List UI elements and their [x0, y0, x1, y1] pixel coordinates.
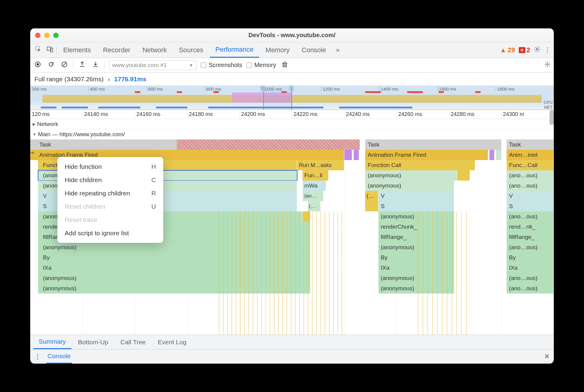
tab-network[interactable]: Network: [137, 42, 172, 58]
device-toggle-icon[interactable]: [45, 46, 55, 54]
recording-selector[interactable]: www.youtube.com #1 ▼: [109, 60, 196, 70]
cm-hide-children[interactable]: Hide childrenC: [57, 173, 163, 187]
flame-event[interactable]: [489, 150, 495, 160]
titlebar: DevTools - www.youtube.com/: [30, 28, 554, 42]
flame-render[interactable]: renderChunk_: [378, 222, 454, 232]
selection-handle-right[interactable]: ||: [289, 86, 294, 91]
gc-icon[interactable]: [280, 61, 289, 69]
flame-ixa[interactable]: IXa: [38, 263, 310, 273]
flame-anon[interactable]: (anonymous): [38, 273, 310, 283]
flame-event[interactable]: [457, 170, 470, 181]
btab-bottomup[interactable]: Bottom-Up: [73, 335, 114, 349]
settings-icon[interactable]: [534, 46, 540, 54]
tab-performance[interactable]: Performance: [210, 42, 259, 58]
cm-hide-function[interactable]: Hide functionH: [57, 160, 163, 173]
flame-anon[interactable]: (anonymous): [38, 283, 310, 294]
overview-tick: 1800 ms: [496, 86, 554, 92]
flame-anim[interactable]: Animation Frame Fired: [365, 150, 488, 160]
tab-sources[interactable]: Sources: [174, 42, 209, 58]
flame-anon[interactable]: (anonymous): [378, 242, 454, 252]
flame-dots[interactable]: (…: [365, 191, 378, 201]
btab-calltree[interactable]: Call Tree: [115, 335, 151, 349]
flame-fun[interactable]: Fun…ll: [303, 170, 329, 181]
flame-fn[interactable]: Func…Call: [507, 160, 554, 170]
flame-anon[interactable]: (ano…ous): [507, 273, 554, 283]
inspect-icon[interactable]: [33, 46, 44, 54]
flame-anon[interactable]: (anonymous): [378, 273, 454, 283]
flame-long-task[interactable]: [177, 140, 360, 150]
flame-render[interactable]: rend…nk_: [507, 222, 554, 232]
flame-task[interactable]: Task: [507, 140, 554, 150]
flame-event[interactable]: [344, 150, 352, 160]
flame-anon[interactable]: (anonymous): [378, 283, 454, 294]
main-track-header[interactable]: Main — https://www.youtube.com/: [30, 129, 554, 140]
drawer-console-tab[interactable]: Console: [46, 349, 72, 364]
flame-run[interactable]: Run M…asks: [297, 160, 344, 170]
flame-event[interactable]: [365, 201, 378, 211]
selected-range[interactable]: 1776.91ms: [114, 76, 146, 83]
overview-selection[interactable]: [263, 86, 292, 110]
flame-fill[interactable]: fillRange_: [507, 232, 554, 242]
devtools-window: DevTools - www.youtube.com/ Elements Rec…: [30, 28, 554, 364]
cm-add-ignore[interactable]: Add script to ignore list: [57, 227, 163, 240]
flame-anon[interactable]: (anonymous): [378, 211, 454, 222]
flame-anon[interactable]: (anonymous): [365, 181, 454, 191]
upload-icon[interactable]: [78, 61, 87, 69]
flame-by[interactable]: By: [378, 252, 454, 263]
flame-anon[interactable]: (anonymous): [365, 170, 457, 181]
more-tabs-icon[interactable]: »: [333, 46, 343, 54]
tab-recorder[interactable]: Recorder: [98, 42, 136, 58]
download-icon[interactable]: [91, 61, 100, 69]
flame-dots[interactable]: (…: [308, 201, 321, 211]
capture-settings-icon[interactable]: [544, 61, 551, 69]
drawer-close-icon[interactable]: ✕: [544, 353, 550, 361]
flame-fn[interactable]: Function Call: [365, 160, 475, 170]
flame-anon[interactable]: (anonymous): [38, 242, 310, 252]
flame-by[interactable]: By: [507, 252, 554, 263]
tab-elements[interactable]: Elements: [58, 42, 96, 58]
screenshots-checkbox[interactable]: Screenshots: [201, 62, 242, 69]
flame-fill[interactable]: fillRange_: [378, 232, 454, 242]
context-menu: Hide functionH Hide childrenC Hide repea…: [57, 157, 163, 243]
flame-anon[interactable]: (ano…ous): [507, 170, 554, 181]
kebab-icon[interactable]: ⋮: [544, 46, 551, 54]
clear-button[interactable]: [60, 61, 69, 69]
flame-anon[interactable]: (ano…ous): [507, 211, 554, 222]
scrollbar[interactable]: [550, 110, 554, 125]
flame-v[interactable]: V: [378, 191, 454, 201]
flame-task[interactable]: Task: [365, 140, 501, 150]
selection-handle-left[interactable]: ||: [261, 86, 265, 91]
flame-anon[interactable]: (ano…ous): [507, 242, 554, 252]
errors-count[interactable]: ✕2: [519, 46, 530, 54]
cm-hide-repeating[interactable]: Hide repeating childrenR: [57, 187, 163, 200]
flame-event[interactable]: [496, 150, 501, 160]
tab-memory[interactable]: Memory: [260, 42, 295, 58]
flame-ixa[interactable]: IXa: [378, 263, 454, 273]
tab-console[interactable]: Console: [296, 42, 332, 58]
btab-eventlog[interactable]: Event Log: [152, 335, 192, 349]
btab-summary[interactable]: Summary: [33, 335, 71, 349]
flame-event[interactable]: [303, 211, 310, 222]
flame-anon[interactable]: (ano…ous): [507, 181, 554, 191]
flame-s[interactable]: S: [378, 201, 454, 211]
flame-s[interactable]: S: [507, 201, 554, 211]
timeline-overview[interactable]: 200 ms 400 ms 600 ms 800 ms 1000 ms 1200…: [30, 86, 554, 110]
ruler-tick: 24160 ms: [135, 110, 187, 119]
flame-v[interactable]: V: [507, 191, 554, 201]
divider: [56, 46, 57, 54]
reload-button[interactable]: [47, 61, 56, 69]
memory-checkbox[interactable]: Memory: [246, 62, 276, 69]
flame-anon[interactable]: (ano…ous): [507, 283, 554, 294]
network-track-header[interactable]: Network: [30, 119, 554, 129]
warnings-count[interactable]: ▲ 29: [500, 46, 515, 54]
full-range-label[interactable]: Full range (34307.26ms): [34, 76, 104, 83]
overview-tick: 1400 ms: [379, 86, 437, 92]
flame-by[interactable]: By: [38, 252, 310, 263]
drawer-kebab-icon[interactable]: ⋮: [34, 353, 41, 360]
flame-event[interactable]: [354, 150, 359, 160]
flame-ixa[interactable]: IXa: [507, 263, 554, 273]
record-button[interactable]: [33, 61, 42, 69]
flame-anim[interactable]: Anim…ired: [507, 150, 554, 160]
flame-mwa[interactable]: mWa: [303, 181, 326, 191]
flame-ans[interactable]: (an…s): [303, 191, 323, 201]
